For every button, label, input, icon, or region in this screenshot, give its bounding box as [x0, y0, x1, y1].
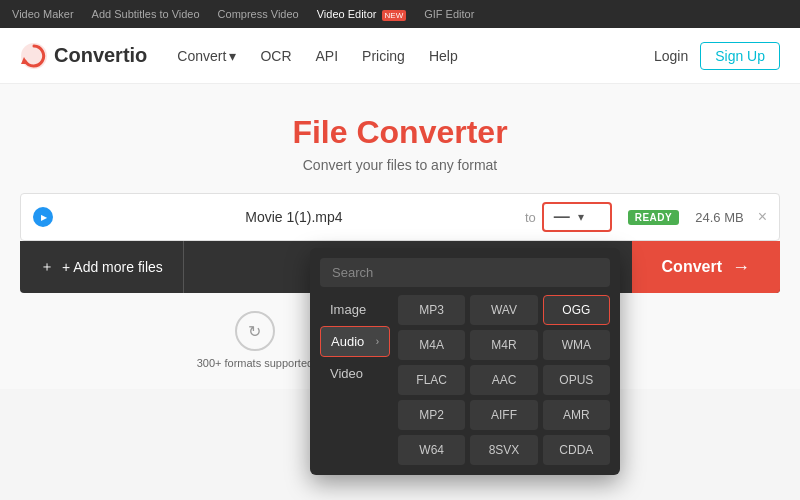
file-name: Movie 1(1).mp4 [63, 209, 525, 225]
format-btn-8svx[interactable]: 8SVX [470, 435, 537, 465]
format-btn-opus[interactable]: OPUS [543, 365, 610, 395]
convert-button[interactable]: Convert → [632, 241, 780, 293]
format-btn-m4a[interactable]: M4A [398, 330, 465, 360]
format-popup: Image Audio › Video MP3WAVOGGM4AM4RWMAFL… [310, 248, 620, 475]
format-btn-aac[interactable]: AAC [470, 365, 537, 395]
file-size: 24.6 MB [695, 210, 743, 225]
chevron-right-icon: › [376, 336, 379, 347]
chevron-down-icon: ▾ [229, 48, 236, 64]
format-btn-wav[interactable]: WAV [470, 295, 537, 325]
file-play-icon [33, 207, 53, 227]
nav-ocr[interactable]: OCR [260, 48, 291, 64]
topbar-item-gifeditor[interactable]: GIF Editor [424, 8, 474, 20]
ready-badge: READY [628, 210, 680, 225]
format-search-input[interactable] [320, 258, 610, 287]
nav-convert[interactable]: Convert ▾ [177, 48, 236, 64]
to-label: to [525, 210, 536, 225]
category-audio[interactable]: Audio › [320, 326, 390, 357]
formats-icon: ↻ [235, 311, 275, 351]
nav-actions: Login Sign Up [654, 42, 780, 70]
file-row: Movie 1(1).mp4 to — ▾ READY 24.6 MB × [20, 193, 780, 241]
convert-label: Convert [662, 258, 722, 276]
nav-links: Convert ▾ OCR API Pricing Help [177, 48, 654, 64]
hero-subtitle: Convert your files to any format [20, 157, 780, 173]
format-btn-ogg[interactable]: OGG [543, 295, 610, 325]
close-icon[interactable]: × [758, 208, 767, 226]
format-btn-m4r[interactable]: M4R [470, 330, 537, 360]
nav-api[interactable]: API [316, 48, 339, 64]
feature-formats: ↻ 300+ formats supported [197, 311, 314, 369]
hero-title: File Converter [20, 114, 780, 151]
nav-pricing[interactable]: Pricing [362, 48, 405, 64]
logo-text: Convertio [54, 44, 147, 67]
format-btn-cdda[interactable]: CDDA [543, 435, 610, 465]
logo-icon [20, 42, 48, 70]
top-bar: Video Maker Add Subtitles to Video Compr… [0, 0, 800, 28]
new-badge: NEW [382, 10, 407, 21]
arrow-right-icon: → [732, 257, 750, 278]
topbar-item-compress[interactable]: Compress Video [218, 8, 299, 20]
signup-button[interactable]: Sign Up [700, 42, 780, 70]
topbar-item-videoeditor[interactable]: Video Editor NEW [317, 8, 406, 20]
format-dropdown[interactable]: — ▾ [542, 202, 612, 232]
format-btn-mp2[interactable]: MP2 [398, 400, 465, 430]
format-btn-flac[interactable]: FLAC [398, 365, 465, 395]
format-dash: — [554, 208, 570, 226]
format-btn-mp3[interactable]: MP3 [398, 295, 465, 325]
formats-label: 300+ formats supported [197, 357, 314, 369]
category-image[interactable]: Image [320, 295, 390, 324]
chevron-down-icon: ▾ [578, 210, 584, 224]
plus-icon: ＋ [40, 258, 54, 276]
format-btn-wma[interactable]: WMA [543, 330, 610, 360]
main-nav: Convertio Convert ▾ OCR API Pricing Help… [0, 28, 800, 84]
format-btn-w64[interactable]: W64 [398, 435, 465, 465]
format-btn-aiff[interactable]: AIFF [470, 400, 537, 430]
add-files-button[interactable]: ＋ + Add more files [20, 241, 184, 293]
nav-help[interactable]: Help [429, 48, 458, 64]
category-video[interactable]: Video [320, 359, 390, 388]
topbar-item-subtitles[interactable]: Add Subtitles to Video [92, 8, 200, 20]
login-button[interactable]: Login [654, 48, 688, 64]
topbar-item-videomaker[interactable]: Video Maker [12, 8, 74, 20]
format-categories: Image Audio › Video [320, 295, 390, 465]
format-body: Image Audio › Video MP3WAVOGGM4AM4RWMAFL… [320, 295, 610, 465]
add-files-label: + Add more files [62, 259, 163, 275]
format-grid: MP3WAVOGGM4AM4RWMAFLACAACOPUSMP2AIFFAMRW… [398, 295, 610, 465]
logo[interactable]: Convertio [20, 42, 147, 70]
format-btn-amr[interactable]: AMR [543, 400, 610, 430]
